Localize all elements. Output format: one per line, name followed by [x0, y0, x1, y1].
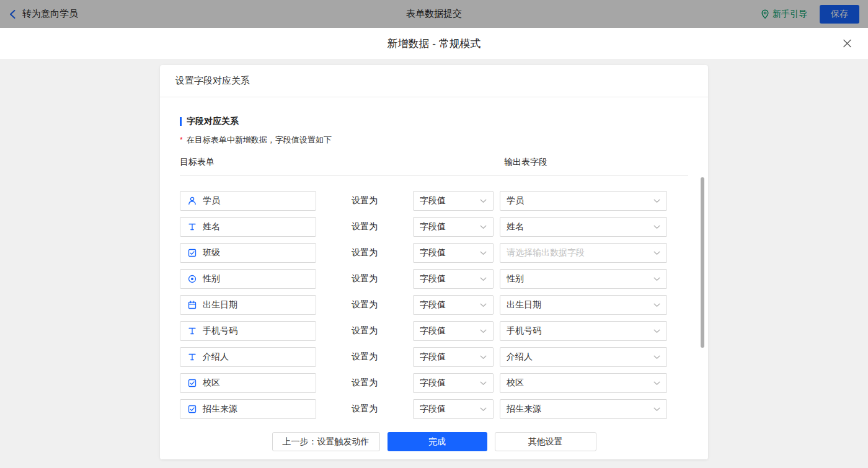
value-mode-select[interactable]: 字段值: [413, 295, 494, 315]
chevron-down-icon: [653, 303, 660, 307]
chevron-down-icon: [480, 407, 487, 412]
scrollbar-thumb[interactable]: [701, 177, 704, 348]
field-mapping-row: 班级 设置为 字段值 请选择输出数据字段: [180, 240, 688, 266]
output-field-value: 请选择输出数据字段: [507, 247, 585, 258]
required-asterisk: *: [180, 136, 183, 144]
value-mode-value: 字段值: [420, 377, 446, 389]
section-title: 字段对应关系: [180, 116, 688, 127]
calendar-icon: [187, 300, 197, 310]
target-field-box: 校区: [180, 373, 316, 393]
field-mapping-row: 设置为: [180, 422, 688, 424]
section-title-label: 字段对应关系: [187, 116, 239, 127]
close-icon[interactable]: [843, 39, 852, 48]
column-header-output-field: 输出表字段: [504, 157, 547, 168]
text-icon: [187, 222, 197, 232]
output-field-select[interactable]: 姓名: [500, 217, 667, 237]
done-button[interactable]: 完成: [388, 432, 487, 451]
field-mapping-row: 学员 设置为 字段值 学员: [180, 188, 688, 214]
chevron-down-icon: [480, 199, 487, 203]
field-mapping-row: 姓名 设置为 字段值 姓名: [180, 214, 688, 240]
output-field-value: 校区: [507, 377, 524, 389]
set-as-label: 设置为: [316, 195, 413, 206]
target-field-label: 学员: [203, 195, 220, 206]
target-field-label: 性别: [203, 273, 220, 285]
target-field-box: 招生来源: [180, 399, 316, 419]
chevron-down-icon: [653, 251, 660, 255]
chevron-down-icon: [653, 225, 660, 229]
user-icon: [187, 196, 197, 206]
field-rows: 学员 设置为 字段值 学员 姓名 设置为 字段值 姓名 班级: [180, 188, 688, 424]
target-field-box: 介绍人: [180, 347, 316, 367]
value-mode-select[interactable]: 字段值: [413, 217, 494, 237]
output-field-value: 招生来源: [507, 404, 541, 415]
chevron-down-icon: [480, 381, 487, 386]
value-mode-select[interactable]: 字段值: [413, 243, 494, 263]
back-button[interactable]: 转为意向学员: [9, 8, 78, 20]
beginner-guide-link[interactable]: 新手引导: [761, 9, 807, 20]
field-mapping-row: 介绍人 设置为 字段值 介绍人: [180, 344, 688, 370]
card-content: 字段对应关系 * 在目标表单中新增数据，字段值设置如下 目标表单 输出表字段 学…: [160, 97, 708, 424]
chevron-down-icon: [653, 407, 660, 412]
chevron-down-icon: [480, 277, 487, 281]
value-mode-select[interactable]: 字段值: [413, 269, 494, 289]
target-field-label: 招生来源: [203, 404, 237, 415]
output-field-select[interactable]: 介绍人: [500, 347, 667, 367]
value-mode-value: 字段值: [420, 273, 446, 285]
section-note-text: 在目标表单中新增数据，字段值设置如下: [187, 135, 332, 146]
output-field-select[interactable]: 校区: [500, 373, 667, 393]
target-field-label: 介绍人: [203, 351, 229, 363]
output-field-select[interactable]: 学员: [500, 191, 667, 211]
card-header-title: 设置字段对应关系: [160, 65, 708, 97]
map-pin-icon: [761, 9, 769, 19]
output-field-select[interactable]: 招生来源: [500, 399, 667, 419]
section-accent-bar: [180, 117, 182, 126]
output-field-value: 学员: [507, 195, 524, 206]
value-mode-value: 字段值: [420, 299, 446, 311]
target-field-box: 出生日期: [180, 295, 316, 315]
chevron-down-icon: [480, 251, 487, 255]
set-as-label: 设置为: [316, 273, 413, 285]
back-chevron-icon[interactable]: [9, 9, 16, 19]
output-field-select[interactable]: 手机号码: [500, 321, 667, 341]
target-field-label: 校区: [203, 377, 220, 389]
beginner-guide-label: 新手引导: [773, 9, 807, 20]
value-mode-select[interactable]: 字段值: [413, 191, 494, 211]
save-button[interactable]: 保存: [820, 5, 859, 24]
target-field-label: 班级: [203, 247, 220, 258]
section-note: * 在目标表单中新增数据，字段值设置如下: [180, 135, 688, 146]
target-field-label: 手机号码: [203, 325, 237, 337]
prev-step-button[interactable]: 上一步：设置触发动作: [272, 432, 380, 451]
value-mode-select[interactable]: 字段值: [413, 347, 494, 367]
column-header-target-form: 目标表单: [180, 157, 215, 167]
output-field-select[interactable]: 出生日期: [500, 295, 667, 315]
back-label[interactable]: 转为意向学员: [22, 8, 78, 20]
value-mode-value: 字段值: [420, 325, 446, 337]
value-mode-select[interactable]: 字段值: [413, 373, 494, 393]
output-field-select[interactable]: 性别: [500, 269, 667, 289]
other-settings-button[interactable]: 其他设置: [495, 432, 596, 451]
field-mapping-row: 招生来源 设置为 字段值 招生来源: [180, 396, 688, 422]
set-as-label: 设置为: [316, 299, 413, 311]
chevron-down-icon: [480, 225, 487, 229]
chevron-down-icon: [653, 355, 660, 360]
column-headers: 目标表单 输出表字段: [180, 157, 688, 176]
output-field-select[interactable]: 请选择输出数据字段: [500, 243, 667, 263]
target-field-box: 手机号码: [180, 321, 316, 341]
set-as-label: 设置为: [316, 221, 413, 232]
set-as-label: 设置为: [316, 351, 413, 363]
chevron-down-icon: [480, 303, 487, 307]
chevron-down-icon: [653, 277, 660, 281]
output-field-value: 手机号码: [507, 325, 541, 337]
chevron-down-icon: [653, 329, 660, 333]
chevron-down-icon: [480, 355, 487, 360]
value-mode-select[interactable]: 字段值: [413, 321, 494, 341]
field-mapping-row: 校区 设置为 字段值 校区: [180, 370, 688, 396]
target-field-label: 出生日期: [203, 299, 237, 311]
chevron-down-icon: [480, 329, 487, 333]
set-as-label: 设置为: [316, 404, 413, 415]
page-title: 表单数据提交: [406, 8, 462, 20]
text-icon: [187, 326, 197, 336]
output-field-value: 性别: [507, 273, 524, 285]
value-mode-select[interactable]: 字段值: [413, 399, 494, 419]
checkbox-icon: [187, 378, 197, 388]
